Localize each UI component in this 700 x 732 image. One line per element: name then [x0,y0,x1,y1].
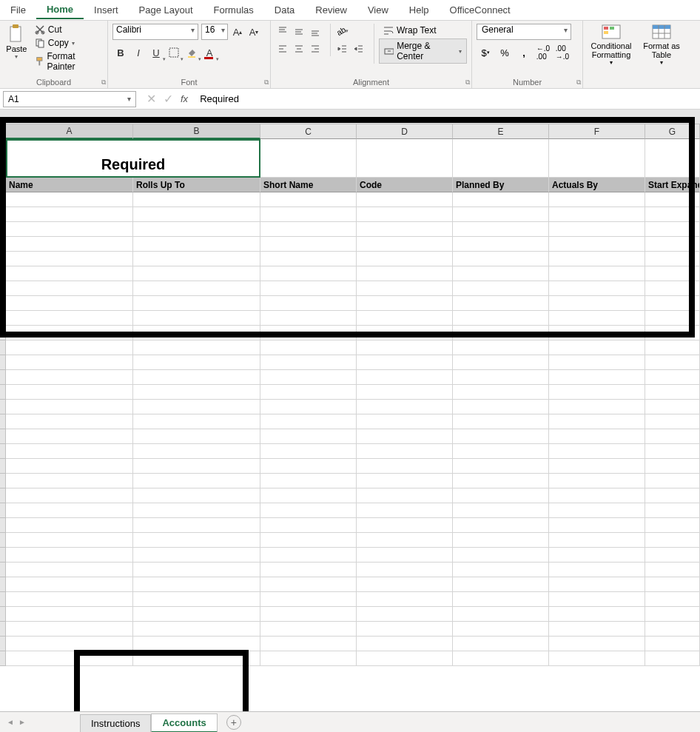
cell[interactable] [6,237,133,252]
cell[interactable] [260,533,357,548]
cell[interactable] [260,474,357,488]
column-header-A[interactable]: A [6,124,133,139]
tab-page-layout[interactable]: Page Layout [129,1,203,19]
cell[interactable] [357,518,453,533]
cell[interactable] [133,340,260,355]
cell[interactable] [549,385,645,400]
cell[interactable] [133,311,260,326]
cell[interactable] [357,222,453,237]
align-bottom-button[interactable] [308,24,323,38]
required-merged-cell[interactable]: Required [6,139,260,178]
cell[interactable] [357,192,453,207]
cell[interactable] [453,607,549,622]
cell[interactable] [6,311,133,326]
fill-color-button[interactable]: ▾ [184,44,200,61]
cell[interactable] [6,266,133,281]
cell[interactable] [260,192,357,207]
cell[interactable] [133,281,260,296]
cell[interactable] [453,622,549,637]
cell[interactable] [549,414,645,429]
cell[interactable] [453,237,549,252]
cell[interactable] [133,207,260,222]
cell[interactable] [357,577,453,592]
cell[interactable] [645,488,700,503]
cell[interactable] [133,326,260,340]
cell[interactable] [260,370,357,385]
cell[interactable] [549,607,645,622]
cell[interactable] [6,518,133,533]
cell[interactable] [133,429,260,444]
cell[interactable] [133,414,260,429]
cell[interactable] [645,414,700,429]
add-sheet-button[interactable]: + [226,715,241,730]
tab-home[interactable]: Home [36,1,84,19]
cell[interactable] [133,355,260,370]
cell[interactable] [453,139,549,178]
increase-decimal-button[interactable]: ←.0.00 [534,44,552,61]
cell[interactable] [133,400,260,414]
cell[interactable] [357,139,453,178]
merge-center-button[interactable]: Merge & Center ▾ [379,38,467,64]
cell[interactable] [645,651,700,666]
cell[interactable] [260,444,357,459]
cell[interactable] [6,563,133,577]
cell[interactable] [453,533,549,548]
copy-button[interactable]: Copy ▾ [32,37,103,49]
align-left-button[interactable] [275,41,290,56]
cell[interactable] [133,637,260,651]
cell[interactable] [133,488,260,503]
cell[interactable] [549,311,645,326]
borders-button[interactable]: ▾ [166,44,182,61]
cell[interactable] [357,266,453,281]
cell[interactable] [133,237,260,252]
cell[interactable] [453,252,549,266]
cell[interactable] [6,488,133,503]
cell[interactable] [453,355,549,370]
cell[interactable] [645,296,700,311]
cell[interactable] [453,488,549,503]
cell[interactable] [260,340,357,355]
align-top-button[interactable] [275,24,290,38]
cell[interactable] [453,459,549,474]
cell[interactable] [6,444,133,459]
tab-view[interactable]: View [357,1,399,19]
cell[interactable] [6,429,133,444]
cell[interactable] [6,400,133,414]
number-format-combo[interactable]: General [477,24,571,40]
cell[interactable] [645,548,700,563]
paste-button[interactable]: Paste ▾ [4,24,29,60]
cell[interactable] [6,252,133,266]
number-launcher-icon[interactable]: ⧉ [576,78,581,87]
underline-button[interactable]: U▾ [148,44,164,61]
tab-formulas[interactable]: Formulas [203,1,264,19]
sheet-nav-prev-icon[interactable]: ◄ [4,716,16,728]
cell[interactable] [549,622,645,637]
cell[interactable] [133,192,260,207]
cell[interactable] [357,311,453,326]
conditional-formatting-button[interactable]: Conditional Formatting▾ [588,24,635,66]
cell[interactable] [133,577,260,592]
cell[interactable] [453,651,549,666]
cell[interactable] [133,474,260,488]
cell[interactable] [645,429,700,444]
cell[interactable] [6,548,133,563]
tab-insert[interactable]: Insert [84,1,129,19]
cell[interactable] [133,533,260,548]
cell[interactable] [549,548,645,563]
cell[interactable] [645,340,700,355]
select-all-corner[interactable] [0,124,6,139]
format-painter-button[interactable]: Format Painter [32,50,103,73]
orientation-button[interactable]: ab▾ [335,24,350,38]
tab-file[interactable]: File [0,1,36,19]
cell[interactable] [453,296,549,311]
cell[interactable] [453,266,549,281]
cell[interactable] [6,385,133,400]
cell[interactable] [260,488,357,503]
cell[interactable] [645,370,700,385]
cell[interactable] [645,577,700,592]
fx-icon[interactable]: fx [181,93,188,104]
header-cell[interactable]: Code [357,178,453,192]
cell[interactable] [260,207,357,222]
increase-font-button[interactable]: A▴ [231,24,244,40]
cell[interactable] [357,503,453,518]
